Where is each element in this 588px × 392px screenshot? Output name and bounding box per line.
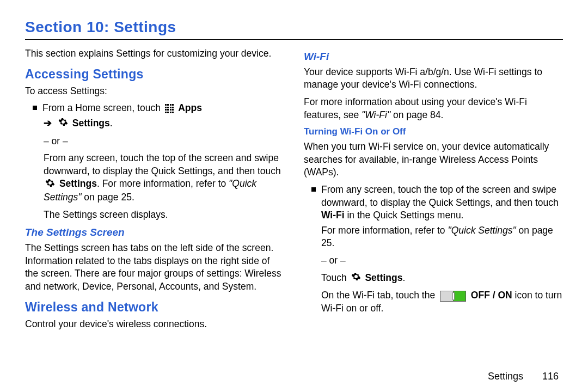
alt-step-b: . For more information, refer to (97, 178, 229, 189)
on-off-toggle-icon (440, 291, 466, 302)
heading-accessing-settings: Accessing Settings (25, 66, 284, 83)
settings-label-3: Settings (365, 272, 402, 283)
page-footer: Settings 116 (488, 371, 559, 382)
apps-grid-icon (165, 104, 174, 113)
wifi-more-ref: "Quick Settings" (448, 225, 516, 236)
footer-label: Settings (488, 371, 523, 382)
heading-settings-screen: The Settings Screen (25, 225, 284, 240)
apps-label: Apps (178, 102, 202, 113)
settings-displays: The Settings screen displays. (44, 209, 284, 222)
settings-label-2: Settings (59, 178, 97, 189)
wifi-bold: Wi-Fi (321, 210, 345, 220)
wireless-body: Control your device's wireless connectio… (25, 318, 284, 331)
bullet-square-icon (33, 106, 37, 110)
left-column: This section explains Settings for custo… (25, 45, 284, 335)
toggle-sentence-a: On the Wi-Fi tab, touch the (321, 290, 438, 301)
gear-icon (58, 117, 68, 131)
wifi-toggle-body: When you turn Wi-Fi service on, your dev… (304, 140, 563, 179)
wifi-p2-ref: "Wi-Fi" (362, 109, 390, 120)
wifi-step-a: From any screen, touch the top of the sc… (321, 184, 559, 208)
or-divider-2: – or – (321, 254, 563, 267)
or-divider: – or – (44, 135, 284, 148)
arrow-icon: ➔ (44, 118, 52, 128)
gear-icon (45, 178, 55, 192)
page-title: Section 10: Settings (25, 19, 563, 36)
wifi-p1: Your device supports Wi-Fi a/b/g/n. Use … (304, 66, 563, 91)
footer-page-number: 116 (542, 371, 559, 382)
settings-label: Settings (72, 118, 110, 128)
divider (25, 39, 563, 40)
access-lead: To access Settings: (25, 85, 284, 98)
touch-word: Touch (321, 272, 350, 283)
right-column: Wi-Fi Your device supports Wi-Fi a/b/g/n… (304, 45, 563, 335)
bullet-square-icon (311, 187, 316, 192)
heading-wifi: Wi-Fi (304, 50, 563, 64)
wifi-step-b: in the Quick Settings menu. (345, 210, 464, 220)
on-page-25: on page 25. (81, 192, 134, 203)
intro-text: This section explains Settings for custo… (25, 47, 284, 60)
gear-icon (351, 272, 361, 285)
settings-screen-body: The Settings screen has tabs on the left… (25, 242, 284, 293)
wifi-p2b: on page 84. (390, 109, 443, 120)
wifi-more-a: For more information, refer to (321, 225, 448, 236)
period2: . (402, 272, 405, 283)
period: . (110, 118, 113, 128)
step-1: From a Home screen, touch Apps (33, 102, 284, 115)
wifi-step: From any screen, touch the top of the sc… (311, 183, 563, 320)
alt-step-a: From any screen, touch the top of the sc… (44, 152, 281, 176)
heading-wireless-network: Wireless and Network (25, 299, 284, 316)
heading-turning-wifi: Turning Wi-Fi On or Off (304, 126, 563, 138)
step1-pre: From a Home screen, touch (42, 102, 163, 113)
offon-label: OFF / ON (471, 290, 512, 301)
